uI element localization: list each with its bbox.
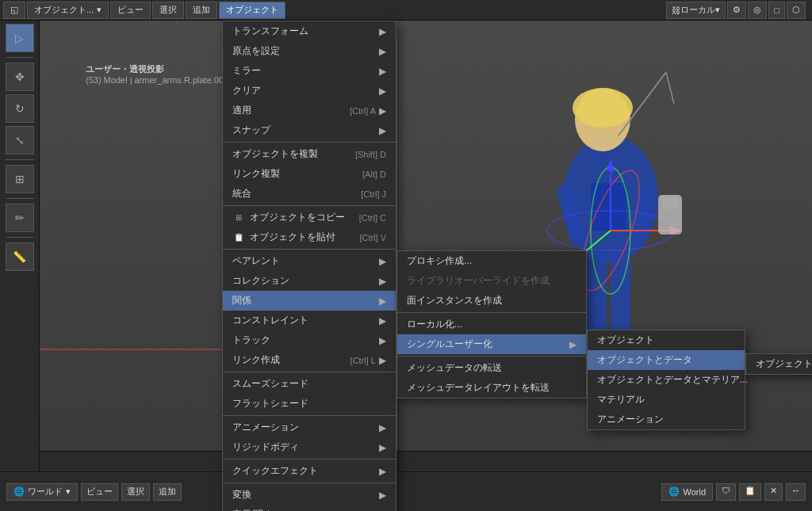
menu-material[interactable]: マテリアル bbox=[588, 390, 745, 410]
menu-flat-shade[interactable]: フラットシェード bbox=[223, 394, 396, 414]
arrow-icon: ▶ bbox=[379, 422, 386, 433]
menu-animation-sub[interactable]: アニメーション bbox=[588, 410, 745, 429]
world-icon-bottom: 🌐 bbox=[668, 486, 680, 497]
dropdown-arrow-right: ▾ bbox=[715, 5, 720, 15]
move-tool[interactable]: ✥ bbox=[6, 63, 34, 91]
select-tool[interactable]: ▷ bbox=[6, 24, 34, 52]
world-scope-button[interactable]: 🌐 ワールド ▾ bbox=[6, 483, 78, 501]
menu-relations-sub[interactable]: プロキシ作成... ライブラリオーバーライドを作成 面インスタンスを作成 ローカ… bbox=[396, 250, 587, 399]
menu-relations-label: 関係 bbox=[232, 294, 376, 307]
menu-convert[interactable]: 変換 ▶ bbox=[223, 485, 396, 505]
transform-tool[interactable]: ⊞ bbox=[6, 165, 34, 193]
menu-quick-effects-label: クイックエフェクト bbox=[232, 464, 376, 478]
menu-relations[interactable]: 関係 ▶ bbox=[223, 291, 396, 311]
scale-tool[interactable]: ⤡ bbox=[6, 126, 34, 154]
menu-transform-label: トランスフォーム bbox=[232, 25, 376, 38]
arrow-icon: ▶ bbox=[379, 296, 386, 307]
menu-object-data-material-label: オブジェクトとデータとマテリア... bbox=[597, 373, 748, 387]
close-bottom-button[interactable]: ✕ bbox=[764, 483, 783, 501]
world-scope-label: ワールド bbox=[28, 486, 63, 498]
menu-smooth-shade[interactable]: スムーズシェード bbox=[223, 374, 396, 394]
object-name-label: オブジェクト... bbox=[34, 4, 94, 16]
viewport-info: ユーザー・透視投影 (53) Model | armer_arms.R.plat… bbox=[86, 63, 228, 85]
arrow-icon: ▶ bbox=[379, 256, 386, 267]
render-button[interactable]: ◎ bbox=[748, 2, 767, 19]
menu-show-hide[interactable]: 表示/隠す ▶ bbox=[223, 505, 396, 511]
menu-copy-obj-label: オブジェクトをコピー bbox=[250, 211, 350, 224]
menu-apply[interactable]: 適用 [Ctrl] A ▶ bbox=[223, 101, 396, 120]
menu-set-origin[interactable]: 原点を設定 ▶ bbox=[223, 41, 396, 61]
menu-mirror[interactable]: ミラー ▶ bbox=[223, 61, 396, 81]
scene-button[interactable]: ⚙ bbox=[727, 2, 746, 19]
menu-paste-obj[interactable]: 📋 オブジェクトを貼付 [Ctrl] V bbox=[223, 227, 396, 247]
menu-duplicate[interactable]: オブジェクトを複製 [Shift] D bbox=[223, 144, 396, 164]
local-dropdown[interactable]: ⛓ ローカル ▾ bbox=[666, 2, 726, 19]
annotate-tool[interactable]: ✏ bbox=[6, 204, 34, 232]
menu-animation[interactable]: アニメーション ▶ bbox=[223, 418, 396, 437]
expand-button[interactable]: ↔ bbox=[786, 483, 806, 501]
object-name-button[interactable]: オブジェクト... ▾ bbox=[27, 2, 109, 19]
sep-5 bbox=[223, 415, 396, 416]
select-menu[interactable]: 選択 bbox=[152, 2, 184, 19]
output-button[interactable]: □ bbox=[768, 2, 785, 19]
menu-link-copy[interactable]: リンク複製 [Alt] D bbox=[223, 164, 396, 184]
menu-localize[interactable]: ローカル化... bbox=[397, 315, 586, 334]
menu-join-label: 統合 bbox=[232, 187, 351, 200]
object-menu[interactable]: オブジェクト bbox=[219, 2, 285, 19]
menu-per-link-item[interactable]: オブジェクトごとにリン bbox=[746, 354, 812, 374]
menu-join[interactable]: 統合 [Ctrl] J bbox=[223, 184, 396, 204]
menu-object-per-link[interactable]: オブジェクトごとにリン bbox=[745, 353, 812, 375]
menu-snap[interactable]: スナップ ▶ bbox=[223, 120, 396, 140]
shield-button[interactable]: 🛡 bbox=[716, 483, 736, 501]
menu-object-only[interactable]: オブジェクト bbox=[588, 330, 745, 350]
menu-make-links[interactable]: リンク作成 [Ctrl] L ▶ bbox=[223, 350, 396, 370]
menu-apply-shortcut: [Ctrl] A bbox=[350, 106, 376, 116]
menu-copy-obj[interactable]: ⊞ オブジェクトをコピー [Ctrl] C bbox=[223, 208, 396, 227]
menu-rigid-body[interactable]: リジッドボディ ▶ bbox=[223, 437, 396, 457]
editor-type-button[interactable]: ◱ bbox=[3, 2, 25, 19]
add-menu[interactable]: 追加 bbox=[186, 2, 217, 19]
menu-object-only-label: オブジェクト bbox=[597, 334, 735, 347]
world-label-button[interactable]: 🌐 World bbox=[661, 483, 713, 501]
measure-tool[interactable]: 📏 bbox=[6, 242, 34, 271]
menu-rigid-body-label: リジッドボディ bbox=[232, 440, 376, 454]
bottom-view-menu[interactable]: ビュー bbox=[81, 483, 118, 501]
menu-transform[interactable]: トランスフォーム ▶ bbox=[223, 21, 396, 41]
menu-single-user-sub[interactable]: オブジェクト オブジェクトとデータ オブジェクトとデータとマテリア... マテリ… bbox=[587, 330, 745, 430]
view-layer-button[interactable]: ⬡ bbox=[787, 2, 806, 19]
sep-1 bbox=[223, 142, 396, 143]
top-bar-left: ◱ オブジェクト... ▾ ビュー 選択 追加 オブジェクト bbox=[0, 2, 285, 19]
arrow-icon: ▶ bbox=[379, 442, 386, 453]
timeline-strip bbox=[0, 451, 812, 471]
bottom-add-menu[interactable]: 追加 bbox=[153, 483, 182, 501]
local-label: ローカル bbox=[680, 4, 715, 16]
clipboard-button[interactable]: 📋 bbox=[739, 483, 761, 501]
menu-object-data[interactable]: オブジェクトとデータ bbox=[588, 350, 745, 370]
svg-line-25 bbox=[666, 72, 674, 104]
rotate-tool[interactable]: ↻ bbox=[6, 94, 34, 123]
menu-mirror-label: ミラー bbox=[232, 64, 376, 78]
arrow-icon: ▶ bbox=[379, 86, 386, 97]
copy-icon: ⊞ bbox=[232, 212, 245, 224]
menu-parent[interactable]: ペアレント ▶ bbox=[223, 251, 396, 271]
paste-icon: 📋 bbox=[232, 231, 245, 244]
menu-clear[interactable]: クリア ▶ bbox=[223, 81, 396, 101]
menu-constraints[interactable]: コンストレイント ▶ bbox=[223, 311, 396, 330]
menu-animation-label: アニメーション bbox=[232, 421, 376, 434]
menu-track[interactable]: トラック ▶ bbox=[223, 330, 396, 350]
menu-collection[interactable]: コレクション ▶ bbox=[223, 271, 396, 291]
menu-object-data-material[interactable]: オブジェクトとデータとマテリア... bbox=[588, 370, 745, 390]
menu-make-single-user[interactable]: シングルユーザー化 ▶ bbox=[397, 334, 586, 354]
svg-rect-27 bbox=[662, 197, 678, 209]
world-name: World bbox=[683, 487, 706, 497]
menu-constraints-label: コンストレイント bbox=[232, 314, 376, 327]
menu-transfer-mesh-data[interactable]: メッシュデータの転送 bbox=[397, 358, 586, 378]
sep-6 bbox=[223, 459, 396, 460]
menu-transfer-mesh-layout[interactable]: メッシュデータレイアウトを転送 bbox=[397, 378, 586, 398]
menu-quick-effects[interactable]: クイックエフェクト ▶ bbox=[223, 461, 396, 481]
menu-object[interactable]: トランスフォーム ▶ 原点を設定 ▶ ミラー ▶ クリア ▶ 適用 [Ctrl]… bbox=[222, 21, 396, 511]
bottom-select-menu[interactable]: 選択 bbox=[121, 483, 150, 501]
view-menu[interactable]: ビュー bbox=[110, 2, 151, 19]
menu-create-proxy[interactable]: プロキシ作成... bbox=[397, 251, 586, 271]
menu-face-instances[interactable]: 面インスタンスを作成 bbox=[397, 291, 586, 311]
